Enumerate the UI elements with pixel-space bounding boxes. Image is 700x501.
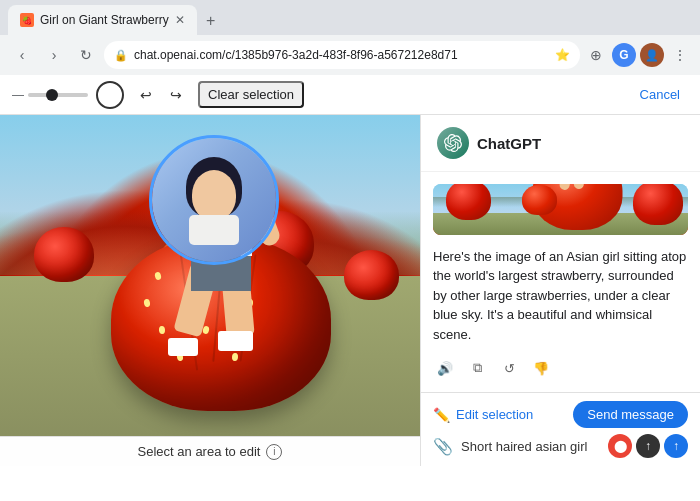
url-input[interactable]: 🔒 chat.openai.com/c/1385b976-3a2d-483f-8… bbox=[104, 41, 580, 69]
chat-panel: ChatGPT bbox=[420, 115, 700, 466]
slider-track[interactable] bbox=[28, 93, 88, 97]
undo-button[interactable]: ↩ bbox=[132, 81, 160, 109]
address-icons: ⊕ G 👤 ⋮ bbox=[584, 43, 692, 67]
slider-minus-icon: — bbox=[12, 88, 24, 102]
address-bar: ‹ › ↻ 🔒 chat.openai.com/c/1385b976-3a2d-… bbox=[0, 35, 700, 75]
edit-pencil-icon: ✏️ bbox=[433, 407, 450, 423]
active-tab[interactable]: 🍓 Girl on Giant Strawberry ✕ bbox=[8, 5, 197, 35]
slider-thumb[interactable] bbox=[46, 89, 58, 101]
tab-bar: 🍓 Girl on Giant Strawberry ✕ + bbox=[0, 0, 700, 35]
regenerate-button[interactable]: ↺ bbox=[497, 356, 521, 380]
profile-button[interactable]: 👤 bbox=[640, 43, 664, 67]
shoe-2 bbox=[168, 338, 198, 356]
redo-button[interactable]: ↪ bbox=[162, 81, 190, 109]
chatgpt-avatar bbox=[437, 127, 469, 159]
edit-selection-link[interactable]: Edit selection bbox=[456, 407, 533, 422]
thumbs-down-button[interactable]: 👎 bbox=[529, 356, 553, 380]
tab-favicon: 🍓 bbox=[20, 13, 34, 27]
chat-message-actions: 🔊 ⧉ ↺ 👎 bbox=[433, 356, 688, 380]
input-action-buttons: ⬤ ↑ ↑ bbox=[608, 434, 688, 458]
attach-icon[interactable]: 📎 bbox=[433, 437, 453, 456]
input-row: 📎 Short haired asian girl ⬤ ↑ ↑ bbox=[433, 434, 688, 458]
tab-close-button[interactable]: ✕ bbox=[175, 13, 185, 27]
strawberry-bg-4 bbox=[344, 250, 399, 300]
extensions-button[interactable]: ⊕ bbox=[584, 43, 608, 67]
forward-button[interactable]: › bbox=[40, 41, 68, 69]
edit-toolbar: — ↩ ↪ Clear selection Cancel bbox=[0, 75, 700, 115]
chat-title: ChatGPT bbox=[477, 135, 541, 152]
more-options-button[interactable]: ⋮ bbox=[668, 43, 692, 67]
cancel-button[interactable]: Cancel bbox=[632, 83, 688, 106]
main-content: Select an area to edit i ChatGPT bbox=[0, 115, 700, 466]
chat-bottom: ✏️ Edit selection Send message 📎 Short h… bbox=[421, 392, 700, 466]
undo-redo-group: ↩ ↪ bbox=[132, 81, 190, 109]
speaker-button[interactable]: 🔊 bbox=[433, 356, 457, 380]
chat-image-thumbnail bbox=[433, 184, 688, 235]
chat-text-input[interactable]: Short haired asian girl bbox=[461, 439, 600, 454]
stop-button[interactable]: ⬤ bbox=[608, 434, 632, 458]
chat-messages: Here's the image of an Asian girl sittin… bbox=[421, 172, 700, 392]
tab-title: Girl on Giant Strawberry bbox=[40, 13, 169, 27]
brush-size-slider[interactable]: — bbox=[12, 88, 88, 102]
copy-button[interactable]: ⧉ bbox=[465, 356, 489, 380]
url-text: chat.openai.com/c/1385b976-3a2d-483f-8f9… bbox=[134, 48, 549, 62]
selection-circle[interactable] bbox=[149, 135, 279, 265]
caption-text: Select an area to edit bbox=[138, 444, 261, 459]
brush-shape-button[interactable] bbox=[96, 81, 124, 109]
send-message-button[interactable]: Send message bbox=[573, 401, 688, 428]
upload-button[interactable]: ↑ bbox=[636, 434, 660, 458]
reload-button[interactable]: ↻ bbox=[72, 41, 100, 69]
scene-background bbox=[0, 115, 420, 436]
info-icon[interactable]: i bbox=[266, 444, 282, 460]
chat-message-text: Here's the image of an Asian girl sittin… bbox=[433, 247, 688, 345]
edit-selection-row: ✏️ Edit selection Send message bbox=[433, 401, 688, 428]
back-button[interactable]: ‹ bbox=[8, 41, 36, 69]
clear-selection-button[interactable]: Clear selection bbox=[198, 81, 304, 108]
selection-circle-inner bbox=[152, 138, 276, 262]
google-account-button[interactable]: G bbox=[612, 43, 636, 67]
shoe-1 bbox=[218, 331, 253, 351]
new-tab-button[interactable]: + bbox=[197, 7, 225, 35]
image-panel[interactable]: Select an area to edit i bbox=[0, 115, 420, 466]
strawberry-bg-1 bbox=[34, 227, 94, 282]
bottom-caption: Select an area to edit i bbox=[0, 436, 420, 466]
image-canvas[interactable]: Select an area to edit i bbox=[0, 115, 420, 466]
thumbnail-background bbox=[433, 184, 688, 235]
submit-button[interactable]: ↑ bbox=[664, 434, 688, 458]
chat-header: ChatGPT bbox=[421, 115, 700, 172]
